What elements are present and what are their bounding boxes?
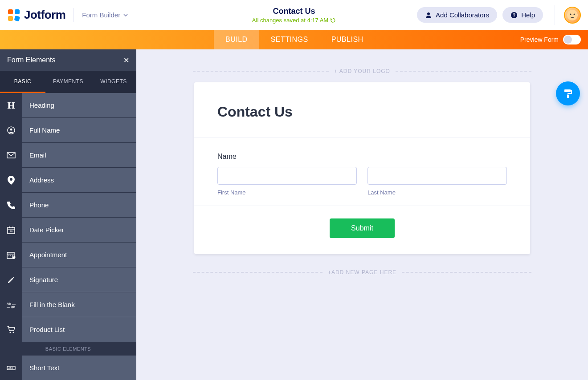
- sidebar-header: Form Elements ✕: [0, 49, 136, 71]
- svg-text:10: 10: [10, 230, 13, 233]
- sidebar-tab-widgets[interactable]: WIDGETS: [91, 71, 136, 93]
- calendar-icon: 10: [0, 218, 22, 242]
- submit-area: Submit: [194, 206, 530, 254]
- sidebar-tab-basic[interactable]: BASIC: [0, 71, 45, 93]
- element-productlist[interactable]: Product List: [0, 317, 136, 342]
- signature-icon: [0, 267, 22, 292]
- tab-settings[interactable]: SETTINGS: [259, 30, 320, 49]
- tab-publish[interactable]: PUBLISH: [320, 30, 375, 49]
- first-name-input[interactable]: [217, 167, 357, 185]
- svg-point-9: [574, 13, 575, 15]
- svg-rect-0: [8, 9, 13, 14]
- sidebar-tabs: BASIC PAYMENTS WIDGETS: [0, 71, 136, 93]
- submit-button[interactable]: Submit: [330, 218, 395, 238]
- paint-roller-icon: [563, 88, 573, 99]
- preview-label: Preview Form: [520, 36, 559, 43]
- page-title-area: Contact Us All changes saved at 4:17 AM: [252, 7, 336, 24]
- sidebar: Form Elements ✕ BASIC PAYMENTS WIDGETS H…: [0, 49, 136, 380]
- nav-strip: BUILD SETTINGS PUBLISH Preview Form: [0, 30, 588, 49]
- appointment-icon: [0, 243, 22, 267]
- svg-point-20: [8, 255, 9, 256]
- field-label: Name: [217, 153, 507, 161]
- svg-rect-2: [8, 16, 13, 21]
- form-card: Contact Us Name First Name Last Name Sub…: [194, 82, 530, 254]
- element-shorttext[interactable]: ABCShort Text: [0, 356, 136, 380]
- last-name-input[interactable]: [368, 167, 507, 185]
- svg-point-4: [427, 12, 430, 15]
- svg-text:?: ?: [513, 13, 515, 18]
- shorttext-icon: ABC: [0, 356, 22, 380]
- element-fillblank[interactable]: AbghFill in the Blank: [0, 292, 136, 317]
- header-actions: Add Collaborators ? Help: [417, 5, 581, 25]
- preview-toggle-area: Preview Form: [520, 35, 581, 44]
- revert-icon[interactable]: [330, 17, 336, 23]
- logo-icon: [7, 8, 20, 22]
- cart-icon: [0, 317, 22, 342]
- svg-point-29: [13, 331, 14, 333]
- element-fullname[interactable]: Full Name: [0, 118, 136, 142]
- svg-rect-32: [564, 89, 571, 92]
- logo-text: Jotform: [24, 8, 65, 22]
- svg-point-28: [10, 331, 11, 333]
- save-status: All changes saved at 4:17 AM: [252, 17, 336, 24]
- nav-tabs: BUILD SETTINGS PUBLISH: [214, 30, 375, 49]
- sidebar-title: Form Elements: [7, 56, 55, 64]
- user-icon: [0, 118, 22, 142]
- help-icon: ?: [510, 12, 518, 19]
- user-icon: [425, 12, 432, 19]
- svg-point-7: [567, 10, 578, 20]
- avatar-face-icon: [566, 9, 579, 21]
- heading-icon: H: [0, 93, 22, 117]
- form-title: Contact Us: [217, 104, 507, 120]
- element-email[interactable]: Email: [0, 143, 136, 167]
- element-heading[interactable]: HHeading: [0, 93, 136, 117]
- add-logo-hint[interactable]: + ADD YOUR LOGO: [193, 68, 531, 74]
- email-icon: [0, 143, 22, 167]
- element-appointment[interactable]: Appointment: [0, 243, 136, 267]
- divider: [74, 8, 74, 22]
- element-address[interactable]: Address: [0, 168, 136, 192]
- svg-point-21: [10, 255, 11, 256]
- elements-list: HHeading Full Name Email Address Phone 1…: [0, 93, 136, 380]
- avatar[interactable]: [564, 7, 581, 24]
- svg-point-8: [570, 13, 572, 15]
- location-icon: [0, 168, 22, 192]
- element-phone[interactable]: Phone: [0, 193, 136, 217]
- help-button[interactable]: ? Help: [502, 7, 543, 23]
- svg-rect-3: [14, 15, 20, 21]
- element-datepicker[interactable]: 10Date Picker: [0, 218, 136, 242]
- mode-dropdown[interactable]: Form Builder: [82, 11, 128, 19]
- form-name[interactable]: Contact Us: [252, 7, 336, 16]
- tab-build[interactable]: BUILD: [214, 30, 259, 49]
- element-signature[interactable]: Signature: [0, 267, 136, 292]
- chevron-down-icon: [123, 12, 128, 18]
- logo[interactable]: Jotform: [7, 8, 65, 22]
- form-header[interactable]: Contact Us: [194, 82, 530, 137]
- fillblank-icon: Abgh: [0, 292, 22, 317]
- add-page-hint[interactable]: +ADD NEW PAGE HERE: [193, 269, 531, 275]
- divider: [555, 5, 555, 25]
- last-name-sublabel: Last Name: [368, 189, 507, 196]
- name-field[interactable]: Name First Name Last Name: [194, 137, 530, 206]
- add-collaborators-button[interactable]: Add Collaborators: [417, 7, 497, 23]
- design-fab[interactable]: [556, 81, 580, 105]
- svg-text:ABC: ABC: [8, 367, 13, 369]
- section-header: BASIC ELEMENTS: [0, 342, 136, 356]
- svg-rect-1: [15, 9, 20, 14]
- svg-rect-33: [567, 95, 569, 98]
- phone-icon: [0, 193, 22, 217]
- svg-text:gh: gh: [11, 305, 15, 308]
- svg-point-11: [10, 128, 12, 130]
- sidebar-tab-payments[interactable]: PAYMENTS: [45, 71, 91, 93]
- close-icon[interactable]: ✕: [123, 56, 129, 65]
- canvas: + ADD YOUR LOGO Contact Us Name First Na…: [136, 49, 588, 380]
- top-bar: Jotform Form Builder Contact Us All chan…: [0, 0, 588, 30]
- preview-toggle[interactable]: [563, 35, 581, 44]
- svg-text:Ab: Ab: [7, 302, 11, 306]
- first-name-sublabel: First Name: [217, 189, 357, 196]
